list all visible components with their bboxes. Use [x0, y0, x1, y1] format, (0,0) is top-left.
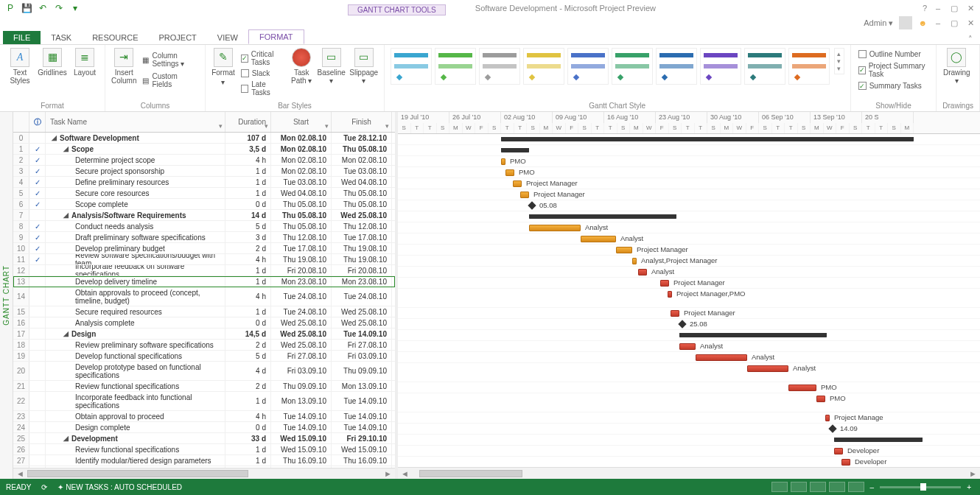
table-row[interactable]: 2✓Determine project scope4 hMon 02.08.10… — [13, 155, 395, 166]
cell-duration[interactable]: 14,5 d — [225, 329, 271, 339]
cell-task-name[interactable]: ◢Software Development — [46, 133, 225, 143]
view-tab-gantt[interactable]: GANTT CHART — [0, 112, 13, 479]
gantt-style-swatch[interactable] — [656, 48, 697, 85]
cell-task-name[interactable]: Define preliminary resources — [46, 177, 225, 187]
tab-file[interactable]: FILE — [3, 31, 41, 44]
cell-duration[interactable]: 3 d — [225, 232, 271, 242]
cell-finish[interactable]: Fri 27.08.10 — [332, 340, 392, 350]
cell-start[interactable]: Wed 04.08.10 — [271, 188, 332, 198]
cell-task-name[interactable]: Secure core resources — [46, 188, 225, 198]
cell-finish[interactable]: Mon 02.08.10 — [332, 155, 392, 165]
table-row[interactable]: 0◢Software Development107 dMon 02.08.10T… — [13, 133, 395, 144]
cell-duration[interactable]: 1 d — [225, 392, 271, 410]
table-row[interactable]: 24Design complete0 dTue 14.09.10Tue 14.0… — [13, 422, 395, 433]
cell-rownum[interactable]: 20 — [13, 362, 29, 380]
drawing-button[interactable]: ◯Drawing ▾ — [942, 48, 970, 85]
late-tasks-checkbox[interactable]: Late Tasks — [239, 80, 286, 97]
cell-task-name[interactable]: Develop prototype based on functional sp… — [46, 362, 225, 380]
cell-task-name[interactable]: ◢Scope — [46, 144, 225, 154]
task-bar[interactable] — [788, 385, 816, 391]
gantt-row[interactable]: Project Manager,PMO — [398, 289, 980, 308]
cell-duration[interactable]: 107 d — [225, 133, 271, 143]
cell-duration[interactable]: 5 d — [225, 351, 271, 361]
cell-task-name[interactable]: Review preliminary software specificatio… — [46, 340, 225, 350]
col-rownum[interactable] — [13, 112, 29, 132]
cell-start[interactable]: Thu 05.08.10 — [271, 221, 332, 231]
cell-finish[interactable]: Thu 19.08.10 — [332, 254, 392, 264]
cell-rownum[interactable]: 6 — [13, 199, 29, 209]
cell-task-name[interactable]: Obtain approval to proceed — [46, 411, 225, 421]
gantt-body[interactable]: PMOPMOProject ManagerProject Manager05.0… — [398, 134, 980, 467]
task-bar[interactable] — [581, 236, 616, 242]
cell-duration[interactable]: 4 h — [225, 254, 271, 264]
task-bar[interactable] — [671, 310, 679, 317]
cell-duration[interactable]: 1 d — [225, 276, 271, 287]
table-row[interactable]: 21Review functional specifications2 dThu… — [13, 381, 395, 392]
cell-rownum[interactable]: 18 — [13, 340, 29, 350]
cell-rownum[interactable]: 7 — [13, 210, 29, 220]
doc-restore-icon[interactable]: ▢ — [949, 18, 959, 28]
gantt-row[interactable]: PMO — [398, 393, 980, 412]
cell-rownum[interactable]: 3 — [13, 166, 29, 176]
outline-toggle-icon[interactable]: ◢ — [52, 134, 57, 141]
layout-button[interactable]: ≣Layout — [71, 48, 99, 77]
cell-task-name[interactable]: Incorporate feedback into functional spe… — [46, 392, 225, 410]
gantt-style-swatch[interactable] — [788, 48, 830, 85]
text-styles-button[interactable]: AText Styles — [6, 48, 34, 85]
cell-rownum[interactable]: 10 — [13, 243, 29, 253]
gantt-row[interactable]: Project Manager — [398, 278, 980, 289]
table-row[interactable]: 16Analysis complete0 dWed 25.08.10Wed 25… — [13, 317, 395, 329]
table-row[interactable]: 9✓Draft preliminary software specificati… — [13, 232, 395, 243]
table-row[interactable]: 6✓Scope complete0 dThu 05.08.10Thu 05.08… — [13, 199, 395, 210]
gantt-style-swatch[interactable] — [391, 48, 432, 85]
table-row[interactable]: 17◢Design14,5 dWed 25.08.10Tue 14.09.10 — [13, 329, 395, 340]
cell-task-name[interactable]: Identify modular/tiered design parameter… — [46, 455, 225, 466]
gantt-style-swatch[interactable] — [479, 48, 520, 85]
cell-finish[interactable]: Tue 14.09.10 — [332, 329, 392, 339]
gantt-style-swatch[interactable] — [435, 48, 476, 85]
cell-rownum[interactable]: 26 — [13, 444, 29, 454]
gantt-style-swatch[interactable] — [612, 48, 653, 85]
table-row[interactable]: 4✓Define preliminary resources1 dTue 03.… — [13, 177, 395, 188]
gantt-style-swatch[interactable] — [523, 48, 564, 85]
refresh-icon[interactable]: ⟳ — [41, 483, 47, 491]
tab-resource[interactable]: RESOURCE — [82, 31, 148, 44]
task-bar[interactable] — [520, 192, 529, 198]
cell-start[interactable]: Thu 12.08.10 — [271, 232, 332, 242]
cell-duration[interactable]: 0 d — [225, 422, 271, 432]
window-minimize-icon[interactable]: – — [933, 4, 943, 13]
gantt-row[interactable]: Project Manager — [398, 308, 980, 319]
scroll-right-icon[interactable]: ► — [381, 469, 395, 478]
cell-finish[interactable]: Tue 24.08.10 — [332, 287, 392, 306]
table-row[interactable]: 1✓◢Scope3,5 dMon 02.08.10Thu 05.08.10 — [13, 144, 395, 155]
cell-start[interactable]: Wed 25.08.10 — [271, 317, 332, 328]
cell-rownum[interactable]: 23 — [13, 411, 29, 421]
gantt-row[interactable]: 14.09 — [398, 424, 980, 435]
cell-rownum[interactable]: 19 — [13, 351, 29, 361]
cell-finish[interactable]: Tue 14.09.10 — [332, 411, 392, 421]
cell-task-name[interactable]: Develop functional specifications — [46, 351, 225, 361]
cell-task-name[interactable]: Scope complete — [46, 199, 225, 209]
task-bar[interactable] — [513, 180, 522, 187]
cell-task-name[interactable]: Secure project sponsorship — [46, 166, 225, 176]
cell-finish[interactable]: Thu 05.08.10 — [332, 144, 392, 154]
task-bar[interactable] — [825, 415, 830, 421]
cell-duration[interactable]: 4 h — [225, 287, 271, 306]
cell-duration[interactable]: 2 d — [225, 243, 271, 253]
cell-finish[interactable]: Fri 20.08.10 — [332, 265, 392, 275]
summary-bar[interactable] — [834, 438, 923, 442]
scroll-down-icon[interactable]: ▾ — [837, 57, 841, 65]
gantt-row[interactable] — [398, 435, 980, 446]
chevron-down-icon[interactable]: ▾ — [325, 122, 329, 130]
table-row[interactable]: 12Incorporate feedback on software speci… — [13, 265, 395, 276]
cell-duration[interactable]: 5 d — [225, 221, 271, 231]
table-hscroll[interactable]: ◄ ► — [13, 468, 395, 479]
cell-duration[interactable]: 2 d — [225, 340, 271, 350]
cell-start[interactable]: Tue 14.09.10 — [271, 422, 332, 432]
cell-task-name[interactable]: ◢Design — [46, 329, 225, 339]
cell-duration[interactable]: 1 d — [225, 166, 271, 176]
gantt-row[interactable]: Project Manager — [398, 178, 980, 189]
cell-duration[interactable]: 0 d — [225, 317, 271, 328]
col-start[interactable]: Start▾ — [271, 112, 332, 132]
scroll-left-icon[interactable]: ◄ — [398, 469, 412, 478]
